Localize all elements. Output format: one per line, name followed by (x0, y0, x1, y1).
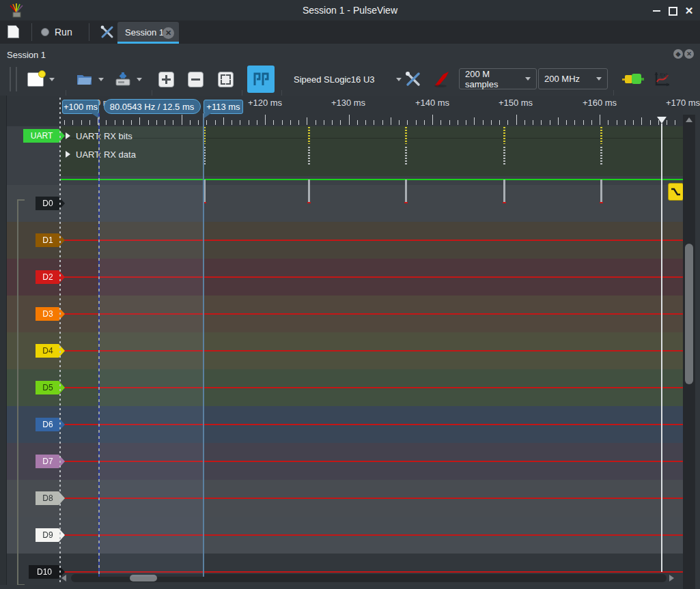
signal-low-line (60, 498, 683, 499)
ruler-tick (324, 120, 324, 125)
save-button[interactable] (111, 66, 146, 92)
signal-low-line (60, 534, 683, 536)
ruler-tick (550, 120, 550, 125)
configure-wrench-icon (404, 70, 422, 88)
channel-label-D3[interactable]: D3 (36, 307, 65, 321)
ruler-tick (131, 120, 132, 125)
trigger-marker[interactable] (657, 117, 667, 124)
save-dropdown-arrow[interactable] (137, 78, 142, 81)
signal-low-line (60, 387, 683, 388)
sample-count-arrow[interactable] (525, 77, 531, 81)
device-name: Sipeed SLogic16 U3 (294, 74, 375, 85)
tab-session-1[interactable]: Session 1 ✕ (117, 22, 179, 44)
pulseview-window: Session 1 - PulseView ✕ Run Session 1 (0, 0, 700, 589)
device-selector[interactable]: Sipeed SLogic16 U3 (290, 70, 406, 89)
ruler-tick (507, 120, 508, 125)
trace-view[interactable]: UARTUART: RX bitsUART: RX dataD0D1D2D3D4… (0, 126, 683, 585)
ruler-tick (583, 120, 584, 125)
channel-label-D4[interactable]: D4 (36, 344, 65, 358)
scroll-up-arrow[interactable] (686, 117, 692, 122)
open-dropdown-arrow[interactable] (98, 78, 104, 81)
channel-label-D9[interactable]: D9 (36, 528, 65, 542)
cursor-range-pill[interactable]: 80.0543 Hz / 12.5 ms (104, 99, 201, 114)
expand-arrow-icon[interactable] (66, 151, 70, 158)
zoom-out-button[interactable] (186, 66, 205, 92)
signal-low-line (60, 276, 683, 278)
horizontal-scroll-thumb[interactable] (130, 575, 157, 581)
dock-title: Session 1 (7, 50, 46, 60)
zoom-in-button[interactable] (156, 66, 176, 92)
expand-arrow-icon[interactable] (66, 132, 70, 139)
sample-rate-combo[interactable]: 200 MHz (538, 68, 608, 89)
new-file-dropdown-arrow[interactable] (49, 78, 55, 81)
add-math-signal-button[interactable]: f(x) (650, 66, 675, 92)
new-file-button[interactable] (23, 66, 59, 92)
zoom-fit-button[interactable] (216, 66, 235, 92)
cursor2-flag[interactable]: +113 ms (204, 100, 243, 114)
scroll-left-arrow[interactable] (61, 575, 66, 581)
sample-rate-arrow[interactable] (596, 77, 602, 81)
ruler-tick (332, 120, 333, 125)
ruler-tick (215, 120, 216, 125)
toolbar-drag-handle[interactable] (10, 67, 17, 91)
trigger-badge[interactable] (668, 183, 683, 201)
configure-device-button[interactable] (403, 66, 423, 92)
channel-label-D2[interactable]: D2 (36, 270, 65, 284)
ruler-tick (139, 117, 140, 125)
add-decoder-button[interactable] (620, 66, 646, 92)
vertical-scroll-thumb[interactable] (685, 244, 693, 384)
settings-button[interactable] (100, 25, 115, 40)
ruler-tick (282, 120, 283, 125)
scroll-right-arrow[interactable] (669, 575, 674, 581)
close-dock-icon[interactable]: ✕ (684, 49, 694, 59)
float-dock-icon[interactable]: ◆ (673, 49, 683, 59)
channel-label-D0[interactable]: D0 (36, 197, 65, 210)
minimize-button[interactable] (651, 5, 662, 16)
ruler-tick (349, 115, 350, 125)
ruler-tick (566, 120, 567, 125)
channel-label-D6[interactable]: D6 (36, 418, 65, 431)
decoder-row[interactable]: UART: RX data (66, 149, 136, 160)
close-button[interactable]: ✕ (684, 5, 695, 16)
ruler-tick (72, 120, 73, 125)
channel-label-D7[interactable]: D7 (36, 455, 65, 468)
run-state-icon (41, 28, 49, 36)
ruler-tick (198, 120, 199, 125)
channels-button[interactable] (432, 66, 452, 92)
ruler-tick (650, 120, 651, 125)
signal-low-line (60, 424, 683, 425)
cursor1-flag[interactable]: +100 ms (62, 100, 99, 114)
maximize-button[interactable] (667, 5, 678, 16)
zoom-out-icon (188, 72, 204, 87)
save-icon (115, 72, 131, 87)
ruler-tick (298, 120, 299, 125)
run-button[interactable]: Run (41, 24, 83, 40)
uart-decoder-tag[interactable]: UART (23, 129, 65, 143)
zoom-one-to-one-button[interactable] (247, 66, 275, 93)
tab-close-button[interactable]: ✕ (163, 27, 174, 39)
ruler-tick (499, 120, 500, 125)
pulses-icon (253, 72, 269, 87)
cursor2-flag-pointer (204, 113, 211, 118)
channel-label-D1[interactable]: D1 (36, 233, 65, 247)
ruler-label: +150 ms (488, 98, 543, 108)
ruler-tick (64, 120, 65, 125)
ruler-tick (382, 120, 383, 125)
horizontal-scrollbar[interactable] (59, 573, 683, 584)
cursor1-flag-pointer (92, 113, 98, 118)
run-label: Run (55, 27, 72, 38)
device-dropdown-arrow[interactable] (396, 78, 402, 81)
new-session-button[interactable] (8, 25, 23, 39)
ruler-tick (265, 115, 266, 125)
vertical-scrollbar[interactable] (683, 115, 695, 589)
trace-group-bracket[interactable] (17, 199, 25, 585)
ruler-tick (416, 120, 417, 125)
sample-count-combo[interactable]: 200 M samples (459, 68, 537, 89)
ruler-tick (106, 120, 107, 125)
window-title: Session 1 - PulseView (0, 5, 700, 16)
channel-label-D5[interactable]: D5 (36, 381, 65, 394)
horizontal-scroll-track[interactable] (71, 574, 667, 582)
channel-label-D8[interactable]: D8 (36, 491, 65, 505)
decoder-row[interactable]: UART: RX bits (66, 130, 132, 141)
open-button[interactable] (72, 66, 108, 92)
